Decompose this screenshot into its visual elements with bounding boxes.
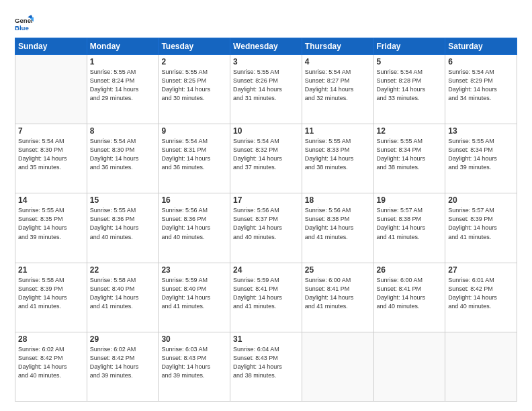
day-number: 22	[90, 265, 156, 275]
calendar-cell: 5Sunrise: 5:54 AM Sunset: 8:28 PM Daylig…	[373, 55, 445, 124]
day-info: Sunrise: 5:55 AM Sunset: 8:33 PM Dayligh…	[305, 137, 371, 172]
day-info: Sunrise: 5:59 AM Sunset: 8:41 PM Dayligh…	[233, 276, 299, 311]
day-number: 12	[377, 126, 443, 136]
day-number: 20	[448, 195, 514, 205]
day-info: Sunrise: 5:54 AM Sunset: 8:29 PM Dayligh…	[448, 68, 514, 103]
calendar-cell: 30Sunrise: 6:03 AM Sunset: 8:43 PM Dayli…	[159, 332, 230, 401]
day-info: Sunrise: 5:55 AM Sunset: 8:24 PM Dayligh…	[90, 68, 156, 103]
calendar-cell: 20Sunrise: 5:57 AM Sunset: 8:39 PM Dayli…	[445, 193, 517, 263]
day-number: 13	[448, 126, 514, 136]
calendar-cell: 29Sunrise: 6:02 AM Sunset: 8:42 PM Dayli…	[87, 332, 159, 401]
calendar-cell: 16Sunrise: 5:56 AM Sunset: 8:36 PM Dayli…	[159, 193, 230, 263]
calendar-cell	[373, 332, 445, 401]
day-info: Sunrise: 5:56 AM Sunset: 8:37 PM Dayligh…	[233, 206, 299, 241]
day-info: Sunrise: 5:55 AM Sunset: 8:25 PM Dayligh…	[161, 68, 227, 103]
day-number: 3	[233, 57, 299, 66]
day-info: Sunrise: 6:03 AM Sunset: 8:43 PM Dayligh…	[161, 345, 227, 380]
day-number: 30	[161, 334, 227, 344]
day-info: Sunrise: 6:04 AM Sunset: 8:43 PM Dayligh…	[233, 345, 299, 380]
calendar-cell: 26Sunrise: 6:00 AM Sunset: 8:41 PM Dayli…	[373, 263, 445, 332]
day-number: 9	[161, 126, 227, 136]
day-info: Sunrise: 6:00 AM Sunset: 8:41 PM Dayligh…	[377, 276, 443, 311]
day-number: 2	[161, 57, 227, 66]
calendar-cell: 22Sunrise: 5:58 AM Sunset: 8:40 PM Dayli…	[87, 263, 159, 332]
day-number: 21	[18, 265, 84, 275]
day-number: 5	[377, 57, 443, 66]
calendar: SundayMondayTuesdayWednesdayThursdayFrid…	[15, 38, 517, 402]
day-number: 15	[90, 195, 156, 205]
calendar-cell	[445, 332, 517, 401]
calendar-cell: 23Sunrise: 5:59 AM Sunset: 8:40 PM Dayli…	[159, 263, 230, 332]
day-info: Sunrise: 5:55 AM Sunset: 8:34 PM Dayligh…	[377, 137, 443, 172]
weekday-header-friday: Friday	[373, 38, 445, 55]
calendar-cell: 19Sunrise: 5:57 AM Sunset: 8:38 PM Dayli…	[373, 193, 445, 263]
day-number: 24	[233, 265, 299, 275]
day-info: Sunrise: 5:55 AM Sunset: 8:26 PM Dayligh…	[233, 68, 299, 103]
calendar-cell: 13Sunrise: 5:55 AM Sunset: 8:34 PM Dayli…	[445, 124, 517, 193]
day-number: 26	[377, 265, 443, 275]
day-number: 8	[90, 126, 156, 136]
day-info: Sunrise: 5:57 AM Sunset: 8:39 PM Dayligh…	[448, 206, 514, 241]
day-number: 1	[90, 57, 156, 66]
day-info: Sunrise: 5:58 AM Sunset: 8:40 PM Dayligh…	[90, 276, 156, 311]
day-number: 23	[161, 265, 227, 275]
calendar-cell: 21Sunrise: 5:58 AM Sunset: 8:39 PM Dayli…	[15, 263, 87, 332]
weekday-header-sunday: Sunday	[15, 38, 87, 55]
day-number: 31	[233, 334, 299, 344]
calendar-cell: 3Sunrise: 5:55 AM Sunset: 8:26 PM Daylig…	[230, 55, 302, 124]
weekday-header-tuesday: Tuesday	[159, 38, 230, 55]
calendar-cell: 27Sunrise: 6:01 AM Sunset: 8:42 PM Dayli…	[445, 263, 517, 332]
calendar-cell: 2Sunrise: 5:55 AM Sunset: 8:25 PM Daylig…	[159, 55, 230, 124]
day-number: 7	[18, 126, 84, 136]
calendar-cell: 1Sunrise: 5:55 AM Sunset: 8:24 PM Daylig…	[87, 55, 159, 124]
day-number: 29	[90, 334, 156, 344]
header: General Blue	[15, 12, 517, 34]
logo-icon: General Blue	[15, 15, 34, 34]
day-info: Sunrise: 5:54 AM Sunset: 8:30 PM Dayligh…	[18, 137, 84, 172]
page: General Blue SundayMondayTuesdayWednesda…	[0, 0, 532, 411]
day-info: Sunrise: 5:55 AM Sunset: 8:34 PM Dayligh…	[448, 137, 514, 172]
calendar-cell: 7Sunrise: 5:54 AM Sunset: 8:30 PM Daylig…	[15, 124, 87, 193]
weekday-header-thursday: Thursday	[302, 38, 373, 55]
calendar-cell: 24Sunrise: 5:59 AM Sunset: 8:41 PM Dayli…	[230, 263, 302, 332]
day-number: 25	[305, 265, 371, 275]
day-info: Sunrise: 5:54 AM Sunset: 8:31 PM Dayligh…	[161, 137, 227, 172]
day-number: 11	[305, 126, 371, 136]
calendar-cell: 28Sunrise: 6:02 AM Sunset: 8:42 PM Dayli…	[15, 332, 87, 401]
calendar-cell: 14Sunrise: 5:55 AM Sunset: 8:35 PM Dayli…	[15, 193, 87, 263]
calendar-cell	[15, 55, 87, 124]
calendar-cell: 31Sunrise: 6:04 AM Sunset: 8:43 PM Dayli…	[230, 332, 302, 401]
day-number: 6	[448, 57, 514, 66]
day-number: 27	[448, 265, 514, 275]
calendar-cell: 10Sunrise: 5:54 AM Sunset: 8:32 PM Dayli…	[230, 124, 302, 193]
day-info: Sunrise: 6:00 AM Sunset: 8:41 PM Dayligh…	[305, 276, 371, 311]
day-info: Sunrise: 6:02 AM Sunset: 8:42 PM Dayligh…	[18, 345, 84, 380]
day-number: 14	[18, 195, 84, 205]
day-info: Sunrise: 5:55 AM Sunset: 8:36 PM Dayligh…	[90, 206, 156, 241]
day-info: Sunrise: 5:55 AM Sunset: 8:35 PM Dayligh…	[18, 206, 84, 241]
day-number: 19	[377, 195, 443, 205]
day-info: Sunrise: 6:01 AM Sunset: 8:42 PM Dayligh…	[448, 276, 514, 311]
calendar-cell: 4Sunrise: 5:54 AM Sunset: 8:27 PM Daylig…	[302, 55, 373, 124]
calendar-cell: 12Sunrise: 5:55 AM Sunset: 8:34 PM Dayli…	[373, 124, 445, 193]
calendar-cell: 8Sunrise: 5:54 AM Sunset: 8:30 PM Daylig…	[87, 124, 159, 193]
day-number: 17	[233, 195, 299, 205]
calendar-cell: 25Sunrise: 6:00 AM Sunset: 8:41 PM Dayli…	[302, 263, 373, 332]
logo: General Blue	[15, 15, 34, 34]
day-number: 4	[305, 57, 371, 66]
day-info: Sunrise: 5:59 AM Sunset: 8:40 PM Dayligh…	[161, 276, 227, 311]
day-info: Sunrise: 5:54 AM Sunset: 8:32 PM Dayligh…	[233, 137, 299, 172]
day-info: Sunrise: 5:54 AM Sunset: 8:30 PM Dayligh…	[90, 137, 156, 172]
day-info: Sunrise: 5:56 AM Sunset: 8:38 PM Dayligh…	[305, 206, 371, 241]
day-number: 16	[161, 195, 227, 205]
calendar-cell: 11Sunrise: 5:55 AM Sunset: 8:33 PM Dayli…	[302, 124, 373, 193]
calendar-cell: 18Sunrise: 5:56 AM Sunset: 8:38 PM Dayli…	[302, 193, 373, 263]
day-info: Sunrise: 5:57 AM Sunset: 8:38 PM Dayligh…	[377, 206, 443, 241]
svg-text:Blue: Blue	[15, 24, 29, 32]
day-info: Sunrise: 5:54 AM Sunset: 8:28 PM Dayligh…	[377, 68, 443, 103]
day-info: Sunrise: 5:58 AM Sunset: 8:39 PM Dayligh…	[18, 276, 84, 311]
calendar-cell: 17Sunrise: 5:56 AM Sunset: 8:37 PM Dayli…	[230, 193, 302, 263]
calendar-cell	[302, 332, 373, 401]
calendar-cell: 6Sunrise: 5:54 AM Sunset: 8:29 PM Daylig…	[445, 55, 517, 124]
calendar-cell: 15Sunrise: 5:55 AM Sunset: 8:36 PM Dayli…	[87, 193, 159, 263]
